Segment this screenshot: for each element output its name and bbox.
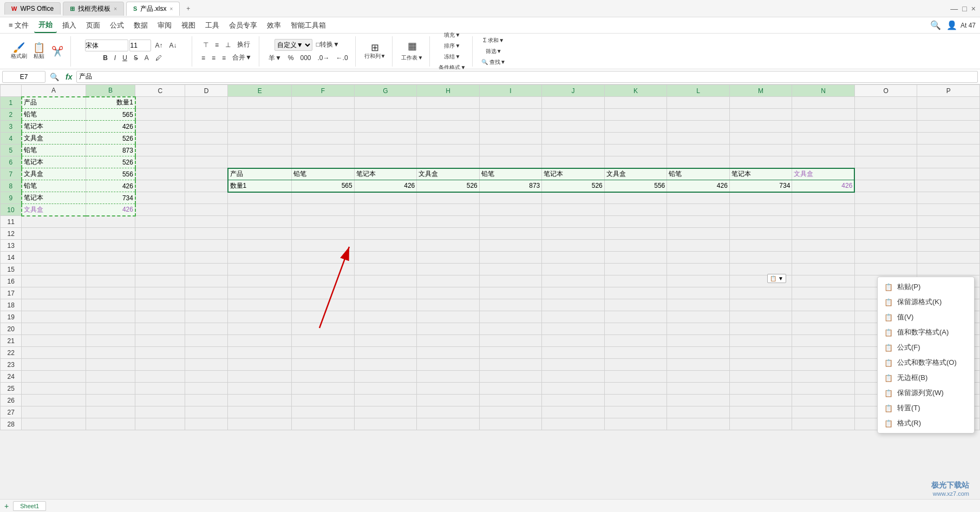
cell-g10[interactable]	[354, 204, 417, 216]
cell-d22[interactable]	[185, 347, 228, 359]
cell-a11[interactable]	[22, 216, 86, 228]
paste-item-format[interactable]: 📋 格式(R)	[878, 416, 974, 431]
cell-l16[interactable]	[667, 275, 730, 287]
cell-a20[interactable]	[22, 323, 86, 335]
cell-n20[interactable]	[792, 323, 855, 335]
cell-e12[interactable]	[228, 228, 292, 240]
cell-a26[interactable]	[22, 395, 86, 406]
cell-m9[interactable]	[729, 192, 792, 204]
menu-ai[interactable]: 智能工具箱	[286, 18, 330, 32]
cell-p9[interactable]	[917, 192, 980, 204]
cell-f7[interactable]: 铅笔	[292, 168, 355, 180]
cell-j10[interactable]	[542, 204, 605, 216]
cell-o2[interactable]	[854, 109, 917, 121]
cell-h6[interactable]	[417, 156, 480, 168]
decimal-dec-btn[interactable]: ←.0	[334, 53, 351, 63]
cell-l22[interactable]	[667, 347, 730, 359]
cell-e14[interactable]	[228, 252, 292, 264]
cell-f27[interactable]	[292, 406, 355, 418]
cell-j5[interactable]	[542, 145, 605, 156]
cell-l13[interactable]	[667, 240, 730, 252]
menu-efficiency[interactable]: 效率	[263, 18, 285, 32]
maximize-btn[interactable]: □	[962, 4, 966, 13]
cell-h8[interactable]: 526	[417, 180, 480, 192]
cell-d27[interactable]	[185, 406, 228, 418]
cell-g1[interactable]	[354, 97, 417, 109]
cell-j26[interactable]	[542, 395, 605, 406]
cell-b7[interactable]: 556	[86, 168, 135, 180]
cell-h27[interactable]	[417, 406, 480, 418]
cell-j19[interactable]	[542, 311, 605, 323]
cell-p7[interactable]	[917, 168, 980, 180]
cell-p11[interactable]	[917, 216, 980, 228]
cell-i19[interactable]	[479, 311, 542, 323]
cell-m24[interactable]	[729, 371, 792, 383]
rows-cols-btn[interactable]: ⊞ 行和列▼	[362, 42, 388, 61]
cell-d8[interactable]	[185, 180, 228, 192]
cell-l2[interactable]	[667, 109, 730, 121]
cell-e28[interactable]	[228, 418, 292, 430]
cell-n1[interactable]	[792, 97, 855, 109]
cell-n25[interactable]	[792, 383, 855, 395]
cell-k12[interactable]	[604, 228, 667, 240]
cell-g12[interactable]	[354, 228, 417, 240]
cell-n24[interactable]	[792, 371, 855, 383]
cell-i1[interactable]	[479, 97, 542, 109]
cell-c16[interactable]	[135, 275, 185, 287]
cell-a23[interactable]	[22, 359, 86, 371]
cell-l10[interactable]	[667, 204, 730, 216]
cell-h17[interactable]	[417, 287, 480, 299]
cell-g20[interactable]	[354, 323, 417, 335]
cell-c7[interactable]	[135, 168, 185, 180]
cell-b6[interactable]: 526	[86, 156, 135, 168]
cell-i25[interactable]	[479, 383, 542, 395]
cell-a16[interactable]	[22, 275, 86, 287]
highlight-btn[interactable]: 🖊	[153, 53, 165, 63]
find-btn[interactable]: 🔍 查找▼	[479, 57, 508, 67]
cell-g28[interactable]	[354, 418, 417, 430]
menu-member[interactable]: 会员专享	[225, 18, 262, 32]
cell-g24[interactable]	[354, 371, 417, 383]
cell-j22[interactable]	[542, 347, 605, 359]
cell-g19[interactable]	[354, 311, 417, 323]
cell-f22[interactable]	[292, 347, 355, 359]
cell-i23[interactable]	[479, 359, 542, 371]
cell-f6[interactable]	[292, 156, 355, 168]
cell-g18[interactable]	[354, 299, 417, 311]
cell-j16[interactable]	[542, 275, 605, 287]
cell-d3[interactable]	[185, 121, 228, 133]
cell-c25[interactable]	[135, 383, 185, 395]
cell-h4[interactable]	[417, 133, 480, 145]
cell-b10[interactable]: 426	[86, 204, 135, 216]
align-middle-btn[interactable]: ≡	[212, 40, 221, 50]
thousands-btn[interactable]: 000	[298, 53, 314, 63]
col-header-a[interactable]: A	[22, 85, 86, 97]
cell-h2[interactable]	[417, 109, 480, 121]
cell-h18[interactable]	[417, 299, 480, 311]
cell-o11[interactable]	[854, 216, 917, 228]
cell-k21[interactable]	[604, 335, 667, 347]
cell-m10[interactable]	[729, 204, 792, 216]
cell-m19[interactable]	[729, 311, 792, 323]
cell-e18[interactable]	[228, 299, 292, 311]
cell-j1[interactable]	[542, 97, 605, 109]
cell-j20[interactable]	[542, 323, 605, 335]
cell-n11[interactable]	[792, 216, 855, 228]
paste-btn[interactable]: 📋 粘贴	[30, 42, 48, 61]
merge-btn[interactable]: 合并▼	[230, 52, 254, 63]
cell-b21[interactable]	[86, 335, 135, 347]
cell-o7[interactable]	[854, 168, 917, 180]
cell-j9[interactable]	[542, 192, 605, 204]
cell-j3[interactable]	[542, 121, 605, 133]
cell-a14[interactable]	[22, 252, 86, 264]
cell-h24[interactable]	[417, 371, 480, 383]
cell-l23[interactable]	[667, 359, 730, 371]
underline-btn[interactable]: U	[120, 53, 130, 63]
cell-f13[interactable]	[292, 240, 355, 252]
cell-f20[interactable]	[292, 323, 355, 335]
cell-o5[interactable]	[854, 145, 917, 156]
add-tab-button[interactable]: +	[182, 3, 194, 15]
cell-g15[interactable]	[354, 264, 417, 275]
file-menu[interactable]: ≡ 文件	[4, 18, 33, 32]
bold-btn[interactable]: B	[100, 53, 110, 63]
